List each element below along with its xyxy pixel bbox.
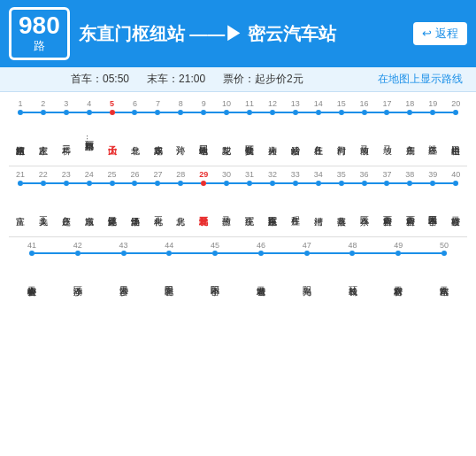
stop-item[interactable]: 10花梨坨	[215, 99, 238, 162]
stop-item[interactable]: 12火神庙	[261, 99, 284, 162]
ticket-info: 票价：起步价2元	[223, 72, 303, 87]
stop-item[interactable]: 8孙河	[169, 99, 192, 162]
stop-item[interactable]: 28北房	[169, 170, 192, 233]
stop-number: 39	[428, 170, 437, 180]
stop-number: 30	[222, 170, 231, 180]
stop-item[interactable]: 1东直门枢纽站	[9, 99, 32, 162]
route-number-box: 980 路	[9, 7, 70, 60]
stop-number: 43	[119, 241, 127, 251]
stop-item[interactable]: 9地铁国展站	[192, 99, 215, 162]
stop-name: 密云老城墙	[256, 257, 266, 303]
stop-item[interactable]: 35燕落寨	[330, 170, 353, 233]
stop-item[interactable]: 23赵各庄	[55, 170, 78, 233]
stop-item[interactable]: 44密阳北里	[146, 241, 192, 304]
stop-number: 11	[245, 99, 254, 109]
stop-name: 赵各庄	[61, 187, 72, 233]
stop-item[interactable]: 33程各庄	[284, 170, 307, 233]
stop-item[interactable]: 46密云老城墙	[238, 241, 284, 304]
stop-item[interactable]: 49密云新农村	[375, 241, 421, 304]
stop-item[interactable]: 4京顺路丽都…	[78, 99, 101, 162]
stop-item[interactable]: 7东郊农场	[146, 99, 169, 162]
stop-item[interactable]: 43密云沙里	[101, 241, 147, 304]
stop-item[interactable]: 29北坞开发区	[192, 170, 215, 233]
stop-item[interactable]: 41密云会议中心大桥	[9, 241, 55, 304]
stop-item[interactable]: 2左家庄	[32, 99, 55, 162]
stop-item[interactable]: 17马坡	[376, 99, 399, 162]
stop-item[interactable]: 37密云西大桥	[376, 170, 399, 233]
stop-item[interactable]: 39密云果园小区	[421, 170, 444, 233]
stop-name: 怀柔路口北	[106, 187, 117, 233]
row-divider	[9, 166, 467, 166]
stop-item[interactable]: 14杜各庄	[307, 99, 330, 162]
stop-item[interactable]: 21富庄	[9, 170, 32, 233]
stop-item[interactable]: 31统军庄	[238, 170, 261, 233]
stop-item[interactable]: 32统军庄路口东	[261, 170, 284, 233]
stop-name: 怀柔渔场	[129, 187, 140, 233]
stop-name: 花梨坨	[221, 116, 232, 162]
stop-row-section-1: 21富庄22龙王头23赵各庄24庙城东25怀柔路口北26怀柔渔场27王化村28北…	[9, 170, 467, 237]
stop-item[interactable]: 40密云鼓楼	[444, 170, 467, 233]
stop-name: 统军庄路口东	[267, 187, 278, 233]
stop-name: 密阳北里	[164, 257, 174, 303]
stop-item[interactable]: 30驸马庄	[215, 170, 238, 233]
stop-number: 42	[73, 241, 82, 251]
stop-item[interactable]: 6北皋	[124, 99, 147, 162]
stop-number: 17	[382, 99, 391, 109]
stop-name: 河槽	[313, 187, 324, 233]
stop-item[interactable]: 42沙湖小区	[55, 241, 101, 304]
stop-name: 密云会议中心大桥	[27, 257, 37, 303]
stop-number: 23	[62, 170, 71, 180]
stop-item[interactable]: 22龙王头	[32, 170, 55, 233]
route-lu: 路	[34, 38, 45, 54]
stop-item[interactable]: 34河槽	[307, 170, 330, 233]
route-number: 980	[19, 13, 60, 38]
stop-name: 衙门村	[335, 116, 346, 162]
stop-number: 22	[39, 170, 48, 180]
stop-name: 火神庙	[267, 116, 278, 162]
stop-name: 庙城东	[84, 187, 95, 233]
stop-item[interactable]: 26怀柔渔场	[124, 170, 147, 233]
stop-number: 46	[257, 241, 265, 251]
stop-item[interactable]: 48长城环岛	[330, 241, 376, 304]
stop-name: 荆各庄	[404, 116, 415, 162]
header: 980 路 东直门枢纽站 ——▶ 密云汽车站 ↩ 返程 首车：05:50 末车：…	[0, 0, 476, 92]
stop-item[interactable]: 25怀柔路口北	[101, 170, 124, 233]
map-link[interactable]: 在地图上显示路线	[378, 72, 463, 87]
stop-number: 40	[451, 170, 460, 180]
stop-item[interactable]: 27王化村	[146, 170, 169, 233]
stop-name: 牛栏山道口	[450, 116, 461, 162]
stop-item[interactable]: 20牛栏山道口	[444, 99, 467, 162]
stop-name: 北皋	[129, 116, 140, 162]
stop-item[interactable]: 38密云西大桥	[398, 170, 421, 233]
stop-item[interactable]: 36兴云小区	[353, 170, 376, 233]
stop-name: 东直门枢纽站	[15, 116, 26, 162]
stop-name: 沙湖小区	[73, 257, 83, 303]
stop-name: 龙王头	[38, 187, 49, 233]
stop-number: 49	[394, 241, 403, 251]
row-divider	[9, 236, 467, 237]
stop-item[interactable]: 11顺义铁匠营	[238, 99, 261, 162]
stop-item[interactable]: 19姚各庄	[421, 99, 444, 162]
stop-item[interactable]: 50密云汽车站	[421, 241, 467, 304]
stop-item[interactable]: 15衙门村	[330, 99, 353, 162]
stop-item[interactable]: 24庙城东	[78, 170, 101, 233]
stop-number: 44	[165, 241, 173, 251]
stop-name: 燕落寨	[335, 187, 346, 233]
stop-item[interactable]: 18荆各庄	[398, 99, 421, 162]
stop-item[interactable]: 16马坡南	[353, 99, 376, 162]
stop-name: 密云果园小区	[427, 187, 438, 233]
stop-item[interactable]: 5大山子	[101, 99, 124, 162]
stop-item[interactable]: 47光阳鸟	[284, 241, 330, 304]
stop-number: 9	[202, 99, 206, 109]
stop-item[interactable]: 13后沙峪站	[284, 99, 307, 162]
stop-number: 10	[222, 99, 231, 109]
stop-name: 王化村	[152, 187, 163, 233]
stop-item[interactable]: 45密阳小区	[192, 241, 238, 304]
stop-name: 兴云小区	[358, 187, 369, 233]
stop-name: 密云新农村	[393, 257, 403, 303]
return-button[interactable]: ↩ 返程	[413, 22, 467, 45]
stops-container: 1东直门枢纽站2左家庄3三元桥4京顺路丽都…5大山子6北皋7东郊农场8孙河9地铁…	[0, 92, 476, 313]
stop-number: 18	[405, 99, 414, 109]
stop-item[interactable]: 3三元桥	[55, 99, 78, 162]
stop-name: 密云沙里	[118, 257, 128, 303]
